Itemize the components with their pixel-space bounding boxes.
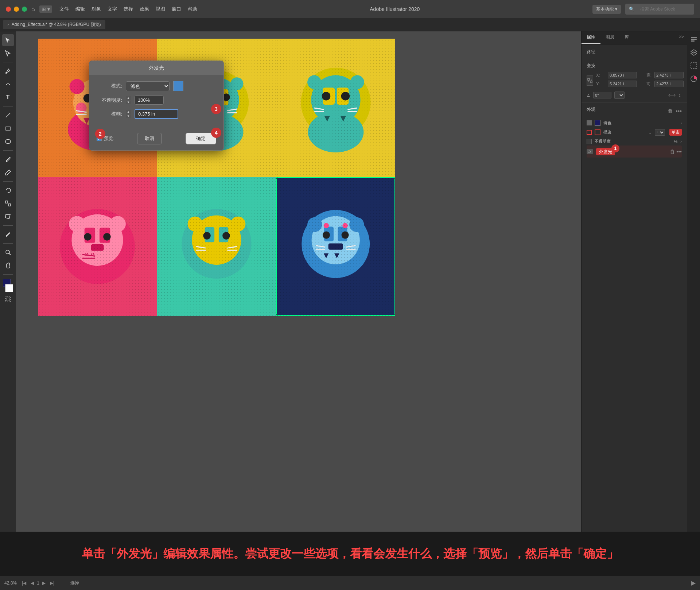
- fill-label: 填色: [603, 120, 678, 126]
- ellipse-tool[interactable]: [2, 136, 14, 147]
- menu-select[interactable]: 选择: [124, 6, 133, 12]
- x-input[interactable]: [608, 72, 637, 78]
- maximize-button[interactable]: [22, 7, 27, 12]
- fill-expand-icon[interactable]: ›: [681, 121, 682, 125]
- fill-color-swatch[interactable]: [595, 120, 600, 126]
- next-page-button[interactable]: ▶: [41, 580, 47, 586]
- more-appearance-button[interactable]: •••: [676, 108, 682, 114]
- link-proportions-icon[interactable]: [587, 75, 593, 86]
- svg-point-3: [5, 139, 11, 144]
- properties-panel-icon[interactable]: [689, 34, 699, 44]
- opacity-up-icon[interactable]: ▲: [126, 96, 131, 100]
- click-badge-stroke[interactable]: 单击: [669, 129, 682, 136]
- w-input[interactable]: [654, 72, 684, 78]
- animal-cell-5[interactable]: [157, 177, 276, 316]
- dialog-blur-input[interactable]: [135, 109, 178, 119]
- paintbrush-tool[interactable]: [2, 154, 14, 165]
- free-transform-tool[interactable]: [2, 211, 14, 222]
- zoom-tool[interactable]: [2, 247, 14, 258]
- home-icon[interactable]: ⌂: [31, 6, 35, 12]
- search-input[interactable]: [636, 5, 691, 13]
- stroke-weight-select[interactable]: ▾: [655, 129, 665, 136]
- blur-stepper[interactable]: ▲ ▼: [126, 110, 131, 119]
- opacity-checkbox[interactable]: [587, 139, 592, 144]
- stroke-expand-arrow[interactable]: ⌄: [648, 130, 652, 135]
- angle-select[interactable]: ▾: [614, 92, 625, 99]
- angle-input[interactable]: [593, 92, 611, 98]
- direct-selection-tool[interactable]: [2, 47, 14, 59]
- menu-bar: 文件 编辑 对象 文字 选择 效果 视图 窗口 帮助: [59, 6, 197, 12]
- eyedropper-tool[interactable]: [2, 229, 14, 240]
- y-input[interactable]: [608, 81, 637, 87]
- stroke-color-swatch[interactable]: [595, 129, 600, 135]
- menu-edit[interactable]: 编辑: [75, 6, 85, 12]
- flip-v-button[interactable]: ↕: [678, 92, 682, 99]
- rectangle-tool[interactable]: [2, 123, 14, 134]
- blur-up-icon[interactable]: ▲: [126, 110, 131, 114]
- menu-object[interactable]: 对象: [92, 6, 101, 12]
- fx-more-icon[interactable]: •••: [676, 149, 682, 155]
- fill-checkbox[interactable]: [587, 120, 592, 125]
- cancel-button[interactable]: 取消: [137, 133, 162, 144]
- menu-file[interactable]: 文件: [59, 6, 69, 12]
- line-tool[interactable]: [2, 109, 14, 121]
- artboards-tool[interactable]: [2, 294, 14, 305]
- color-panel-icon[interactable]: [689, 74, 699, 84]
- dialog-mode-select[interactable]: 滤色: [126, 81, 170, 91]
- dialog-opacity-input[interactable]: [135, 96, 164, 105]
- minimize-button[interactable]: [14, 7, 19, 12]
- fx-delete-icon[interactable]: 🗑: [670, 149, 675, 155]
- color-swatches[interactable]: [1, 279, 15, 292]
- pencil-tool[interactable]: [2, 167, 14, 178]
- prev-page-button[interactable]: ◀: [29, 580, 35, 586]
- left-toolbar: T: [0, 31, 16, 575]
- selection-handle-bl: [276, 314, 277, 316]
- menu-text[interactable]: 文字: [108, 6, 117, 12]
- dot-pattern-5: [157, 177, 276, 316]
- animal-cell-4[interactable]: » «: [38, 177, 157, 316]
- opacity-expand-icon[interactable]: ›: [680, 139, 682, 144]
- instruction-text: 单击「外发光」编辑效果属性。尝试更改一些选项，看看会发生什么，选择「预览」，然后…: [82, 546, 618, 562]
- last-page-button[interactable]: ▶|: [48, 580, 56, 586]
- menu-view[interactable]: 视图: [156, 6, 165, 12]
- hand-tool[interactable]: [2, 260, 14, 271]
- curvature-tool[interactable]: [2, 78, 14, 90]
- document-tab[interactable]: × Adding_Effects.ai* @ 42.8% (RGB/GPU 预览…: [3, 20, 105, 29]
- opacity-stepper[interactable]: ▲ ▼: [126, 96, 131, 105]
- tab-library[interactable]: 库: [619, 31, 634, 44]
- menu-help[interactable]: 帮助: [188, 6, 197, 12]
- artboards-panel-icon[interactable]: [689, 61, 699, 71]
- tab-properties[interactable]: 属性: [582, 31, 600, 44]
- animal-cell-3[interactable]: ▼ ▼: [276, 39, 395, 177]
- animal-cell-6-selected[interactable]: ▼ ▼: [276, 177, 395, 316]
- type-tool[interactable]: T: [2, 92, 14, 103]
- tab-layers[interactable]: 图层: [600, 31, 619, 44]
- pen-tool[interactable]: [2, 65, 14, 77]
- menu-window[interactable]: 窗口: [172, 6, 181, 12]
- delete-appearance-button[interactable]: 🗑: [668, 108, 673, 114]
- first-page-button[interactable]: |◀: [20, 580, 28, 586]
- search-bar-container[interactable]: 🔍: [625, 4, 694, 15]
- tab-close-icon[interactable]: ×: [7, 23, 9, 27]
- blur-down-icon[interactable]: ▼: [126, 114, 131, 118]
- layers-panel-icon[interactable]: [689, 47, 699, 58]
- stroke-swatch[interactable]: [5, 284, 13, 292]
- dialog-color-swatch[interactable]: [173, 81, 183, 91]
- menu-effect[interactable]: 效果: [140, 6, 149, 12]
- selection-tool[interactable]: [2, 34, 14, 46]
- layout-icon[interactable]: ⊞ ▾: [39, 5, 52, 13]
- close-button[interactable]: [6, 7, 11, 12]
- play-button[interactable]: ▶: [691, 579, 696, 586]
- preview-checkbox-container[interactable]: 2 ✓ 预览: [97, 135, 113, 142]
- flip-h-button[interactable]: ⟺: [668, 92, 676, 99]
- canvas-area[interactable]: ▼ ▼: [16, 31, 581, 575]
- panel-expand-btn[interactable]: >>: [676, 31, 687, 44]
- h-input[interactable]: [654, 81, 684, 87]
- opacity-down-icon[interactable]: ▼: [126, 101, 131, 104]
- stroke-checkbox[interactable]: [587, 130, 592, 135]
- rotate-tool[interactable]: [2, 185, 14, 196]
- scale-tool[interactable]: [2, 198, 14, 209]
- workspace-button[interactable]: 基本功能 ▾: [592, 5, 621, 14]
- svg-point-9: [6, 250, 9, 254]
- right-panel: 属性 图层 库 >> 路径 变换 X: 宽:: [581, 31, 687, 575]
